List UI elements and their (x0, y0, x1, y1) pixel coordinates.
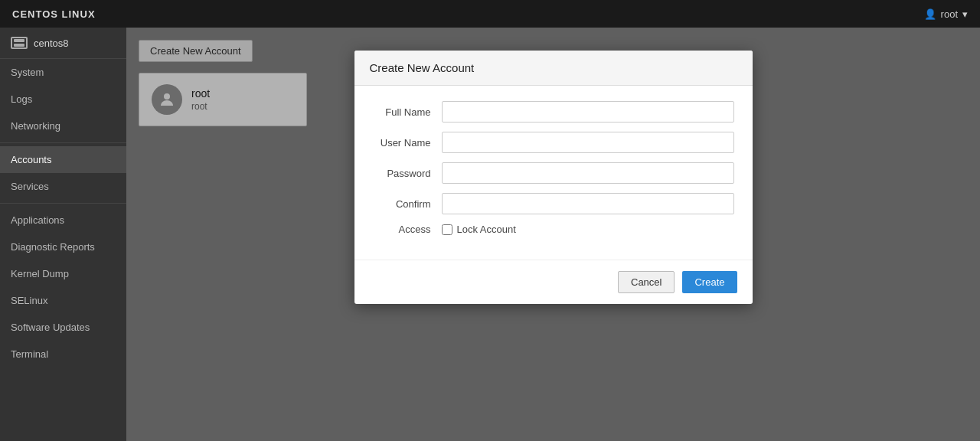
sidebar-divider (0, 203, 126, 204)
sidebar-item-kernel-dump[interactable]: Kernel Dump (0, 260, 126, 287)
full-name-label: Full Name (373, 106, 442, 118)
create-account-modal: Create New Account Full Name User Name P… (354, 51, 753, 304)
app-title: CENTOS LINUX (12, 8, 96, 20)
sidebar-item-applications[interactable]: Applications (0, 207, 126, 234)
sidebar-item-selinux[interactable]: SELinux (0, 287, 126, 314)
sidebar-item-services[interactable]: Services (0, 173, 126, 200)
cancel-button[interactable]: Cancel (618, 271, 675, 293)
svg-rect-0 (14, 39, 24, 42)
access-row: Access Lock Account (373, 224, 734, 235)
chevron-down-icon: ▾ (962, 8, 968, 20)
sidebar-item-accounts[interactable]: Accounts (0, 146, 126, 173)
modal-title: Create New Account (354, 51, 753, 86)
password-input[interactable] (442, 162, 734, 184)
modal-footer: Cancel Create (354, 260, 753, 304)
user-menu[interactable]: 👤 root ▾ (924, 8, 968, 20)
full-name-input[interactable] (442, 101, 734, 122)
sidebar-item-networking[interactable]: Networking (0, 113, 126, 139)
lock-account-label: Lock Account (457, 224, 516, 235)
access-label: Access (373, 224, 442, 235)
user-name-input[interactable] (442, 132, 734, 153)
sidebar-divider (0, 142, 126, 143)
modal-overlay: Create New Account Full Name User Name P… (126, 28, 980, 441)
svg-rect-1 (14, 44, 24, 47)
sidebar-item-terminal[interactable]: Terminal (0, 341, 126, 368)
password-label: Password (373, 168, 442, 179)
server-name: centos8 (34, 38, 69, 49)
create-button[interactable]: Create (682, 271, 737, 293)
confirm-input[interactable] (442, 193, 734, 214)
server-icon (11, 37, 28, 49)
full-name-row: Full Name (373, 101, 734, 122)
sidebar-item-diagnostic-reports[interactable]: Diagnostic Reports (0, 234, 126, 260)
sidebar: centos8 SystemLogsNetworkingAccountsServ… (0, 28, 126, 441)
sidebar-item-system[interactable]: System (0, 59, 126, 86)
content-area: Create New Account root root Create New … (126, 28, 980, 441)
lock-account-checkbox[interactable] (442, 224, 452, 235)
topbar: CENTOS LINUX 👤 root ▾ (0, 0, 980, 28)
password-row: Password (373, 162, 734, 184)
sidebar-item-logs[interactable]: Logs (0, 86, 126, 113)
sidebar-item-software-updates[interactable]: Software Updates (0, 314, 126, 341)
main-layout: centos8 SystemLogsNetworkingAccountsServ… (0, 28, 980, 441)
user-label: root (941, 8, 958, 20)
confirm-label: Confirm (373, 198, 442, 210)
user-name-row: User Name (373, 132, 734, 153)
user-name-label: User Name (373, 137, 442, 149)
modal-body: Full Name User Name Password Confirm (354, 86, 753, 260)
access-content: Lock Account (442, 224, 516, 235)
sidebar-server[interactable]: centos8 (0, 28, 126, 59)
confirm-row: Confirm (373, 193, 734, 214)
user-icon: 👤 (924, 8, 936, 20)
